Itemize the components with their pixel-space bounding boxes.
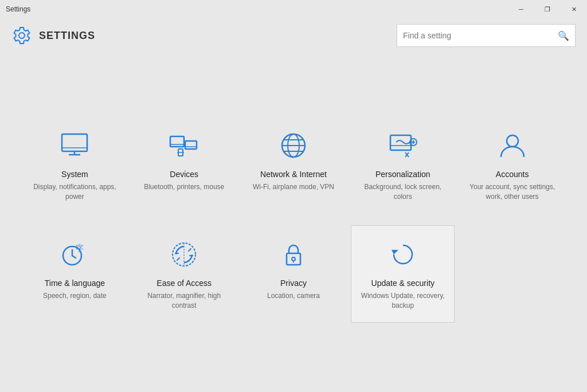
maximize-button[interactable]: ❐ bbox=[534, 0, 561, 18]
settings-item-name-privacy: Privacy bbox=[280, 279, 307, 288]
settings-item-privacy[interactable]: Privacy Location, camera bbox=[242, 225, 346, 323]
accounts-icon bbox=[495, 128, 530, 163]
svg-rect-0 bbox=[62, 134, 87, 151]
settings-item-desc-system: Display, notifications, apps, power bbox=[29, 182, 120, 202]
settings-item-name-accounts: Accounts bbox=[496, 170, 529, 179]
settings-item-desc-privacy: Location, camera bbox=[267, 291, 320, 301]
settings-item-personalization[interactable]: Personalization Background, lock screen,… bbox=[351, 116, 455, 214]
svg-rect-6 bbox=[185, 141, 197, 149]
svg-rect-4 bbox=[170, 136, 184, 147]
gear-icon bbox=[11, 25, 32, 46]
app-header: SETTINGS 🔍 bbox=[0, 18, 587, 53]
settings-item-update[interactable]: Update & security Windows Update, recove… bbox=[351, 225, 455, 323]
ease-icon bbox=[167, 237, 201, 272]
app-title: SETTINGS bbox=[39, 30, 95, 42]
settings-grid: System Display, notifications, apps, pow… bbox=[23, 116, 564, 322]
settings-item-desc-devices: Bluetooth, printers, mouse bbox=[144, 182, 224, 192]
titlebar-controls: ─ ❐ ✕ bbox=[508, 0, 587, 18]
svg-rect-23 bbox=[287, 253, 300, 265]
system-icon bbox=[57, 128, 92, 163]
settings-item-desc-update: Windows Update, recovery, backup bbox=[357, 291, 448, 311]
settings-item-system[interactable]: System Display, notifications, apps, pow… bbox=[23, 116, 127, 214]
svg-text:字: 字 bbox=[76, 244, 84, 253]
settings-item-name-personalization: Personalization bbox=[375, 170, 431, 179]
minimize-button[interactable]: ─ bbox=[508, 0, 534, 18]
titlebar: Settings ─ ❐ ✕ bbox=[0, 0, 587, 18]
devices-icon bbox=[167, 128, 201, 163]
search-icon: 🔍 bbox=[558, 30, 569, 41]
settings-item-desc-personalization: Background, lock screen, colors bbox=[357, 182, 448, 202]
settings-item-ease[interactable]: Ease of Access Narrator, magnifier, high… bbox=[132, 225, 236, 323]
settings-item-name-update: Update & security bbox=[371, 279, 435, 288]
main-content: System Display, notifications, apps, pow… bbox=[0, 53, 587, 392]
settings-item-name-ease: Ease of Access bbox=[156, 279, 212, 288]
settings-item-desc-ease: Narrator, magnifier, high contrast bbox=[139, 291, 230, 311]
svg-rect-15 bbox=[390, 135, 411, 150]
settings-item-name-network: Network & Internet bbox=[260, 170, 327, 179]
svg-point-24 bbox=[292, 257, 295, 261]
update-icon bbox=[386, 237, 420, 272]
settings-item-desc-accounts: Your account, sync settings, work, other… bbox=[467, 182, 558, 202]
titlebar-title: Settings bbox=[6, 5, 30, 13]
settings-item-devices[interactable]: Devices Bluetooth, printers, mouse bbox=[132, 116, 236, 214]
settings-item-name-devices: Devices bbox=[170, 170, 198, 179]
svg-point-18 bbox=[507, 135, 518, 147]
settings-item-name-system: System bbox=[61, 170, 88, 179]
time-icon: 字 bbox=[57, 237, 92, 272]
settings-item-accounts[interactable]: Accounts Your account, sync settings, wo… bbox=[460, 116, 564, 214]
settings-item-desc-time: Speech, region, date bbox=[43, 291, 107, 301]
network-icon bbox=[276, 128, 311, 163]
privacy-icon bbox=[276, 237, 311, 272]
settings-item-network[interactable]: Network & Internet Wi-Fi, airplane mode,… bbox=[242, 116, 346, 214]
settings-item-time[interactable]: 字 Time & language Speech, region, date bbox=[23, 225, 127, 323]
personalization-icon bbox=[386, 128, 420, 163]
settings-item-name-time: Time & language bbox=[45, 279, 105, 288]
settings-item-desc-network: Wi-Fi, airplane mode, VPN bbox=[253, 182, 334, 192]
search-input[interactable] bbox=[403, 31, 558, 40]
close-button[interactable]: ✕ bbox=[561, 0, 587, 18]
search-box[interactable]: 🔍 bbox=[397, 24, 576, 47]
app-header-left: SETTINGS bbox=[11, 25, 95, 46]
